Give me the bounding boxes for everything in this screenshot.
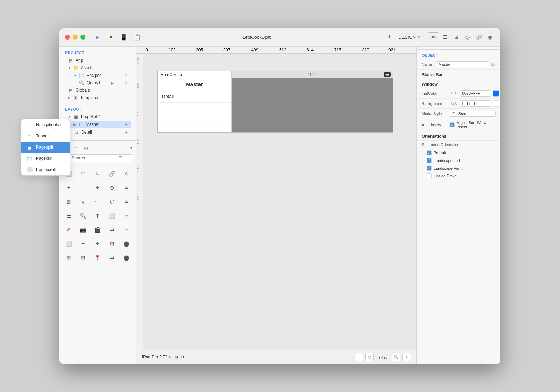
widget-line[interactable]: —	[77, 181, 89, 194]
widget-star[interactable]: ✦	[62, 181, 75, 194]
zoom-out-button[interactable]: −	[355, 353, 363, 361]
sidebar-item-app[interactable]: ⊞ App	[65, 57, 131, 64]
add-master-icon[interactable]: +	[125, 122, 128, 127]
name-input[interactable]	[436, 61, 489, 67]
dropdown-item-pagescroll[interactable]: ⬜ Pagescroll	[59, 164, 70, 175]
play-alt-icon[interactable]: ⏸	[106, 32, 115, 42]
sidebar-item-query1[interactable]: 🔍 Query1 ▶ ⚙	[65, 79, 131, 87]
close-button[interactable]	[65, 35, 70, 40]
tint-hex-input[interactable]	[460, 90, 491, 97]
widget-arrows2[interactable]: ⇄	[106, 251, 118, 264]
sidebar-item-master[interactable]: ▶ □ Master +	[65, 121, 131, 128]
widget-crosshair[interactable]: ✦	[91, 181, 104, 194]
modal-style-select[interactable]: FullScreen PageSheet FormSheet	[450, 111, 496, 117]
widget-list[interactable]: ☰	[62, 209, 75, 222]
widget-hex[interactable]: ⬡	[106, 195, 118, 208]
widget-blocks[interactable]: ⊞	[106, 237, 118, 250]
dropdown-item-tabbar[interactable]: ≡ Tabbar	[59, 130, 70, 142]
constraint-circle-icon[interactable]: ◎	[82, 144, 90, 152]
widget-plus-circle[interactable]: ⊕	[106, 181, 118, 194]
list-view-icon[interactable]: ☰	[119, 156, 122, 161]
widget-anchor[interactable]: ✦	[77, 237, 89, 250]
minimize-button[interactable]	[73, 35, 78, 40]
widget-strikethrough[interactable]: ≡	[120, 195, 133, 208]
widget-corners[interactable]: ⬜	[62, 237, 75, 250]
layers-icon[interactable]: ◎	[463, 32, 472, 42]
widget-arrows[interactable]: ⇄	[106, 223, 118, 236]
sidebar-item-pagesplit1[interactable]: ▼ ▣ PageSplit1	[65, 113, 131, 121]
widget-grid-icon[interactable]: ⊞	[62, 195, 75, 208]
sidebar-item-detail[interactable]: □ Detail +	[65, 128, 131, 136]
dropdown-item-pagecurl[interactable]: 📄 Pagecurl	[59, 153, 70, 164]
widget-pen[interactable]: ✏	[91, 195, 104, 208]
widget-diamond[interactable]: ◇	[120, 168, 133, 180]
calendar-icon[interactable]: 📋	[132, 32, 142, 42]
widget-hash[interactable]: #	[77, 195, 89, 208]
zoom-level: 74%	[376, 355, 390, 360]
sidebar-item-templates[interactable]: ▶ ⊞ Templates	[65, 94, 131, 101]
widget-red-circle[interactable]: ⊕	[62, 223, 75, 236]
device-list-item-3[interactable]	[158, 110, 231, 117]
auto-insets-checkbox[interactable]: ✓	[450, 122, 455, 127]
widget-text[interactable]: T	[91, 209, 104, 222]
eye-icon[interactable]: ◉	[485, 32, 495, 42]
sidebar-item-globals[interactable]: ⊞ Globals	[65, 87, 131, 94]
settings-query-icon[interactable]: ⚙	[124, 81, 128, 85]
widget-lines[interactable]: ≡	[120, 181, 133, 194]
zoom-reset-button[interactable]: ◎	[365, 353, 374, 361]
constraint-list-icon[interactable]: ≡	[72, 144, 80, 152]
search-input[interactable]	[72, 156, 117, 161]
dropdown-item-navigationbar[interactable]: ≡ Navigationbar	[59, 119, 70, 130]
sidebar-item-recipes[interactable]: ▼ 📄 Recipes + ⚙	[65, 72, 131, 79]
tint-hex-prefix: HEX	[450, 91, 457, 95]
sidebar-item-assets[interactable]: ▼ 📁 Assets	[65, 64, 131, 72]
device-select[interactable]: iPad Pro 9.7" ▼ ⊠ ↺	[142, 355, 184, 359]
widget-cylinder[interactable]: ⬤	[120, 237, 133, 250]
widget-layers[interactable]: ⊞	[62, 251, 75, 264]
dropdown-item-pagesplit[interactable]: ▣ Pagesplit	[59, 142, 70, 153]
play-icon[interactable]: ▶	[92, 32, 102, 42]
device-list-item-5[interactable]	[158, 125, 231, 132]
device-close-btn[interactable]: ■■	[384, 72, 391, 77]
rotate-icon[interactable]: ⊠	[175, 355, 178, 359]
widget-resize[interactable]: ↔	[120, 223, 133, 236]
device-list-item-4[interactable]	[158, 117, 231, 125]
widget-circle[interactable]: ○	[120, 209, 133, 222]
background-color-swatch[interactable]	[493, 100, 499, 107]
refresh-icon[interactable]: ↺	[181, 355, 184, 359]
device-icon[interactable]: 📱	[119, 32, 129, 42]
widget-square2[interactable]: ⬜	[106, 209, 118, 222]
widget-star2[interactable]: ✦	[91, 237, 104, 250]
widget-camera[interactable]: 📷	[77, 223, 89, 236]
widget-dashed-rect[interactable]: ⬚	[77, 168, 89, 180]
grid-icon[interactable]: ⊞	[451, 32, 461, 42]
settings-recipes-icon[interactable]: ⚙	[124, 73, 128, 78]
device-list-item-2[interactable]	[158, 103, 231, 110]
widget-movie[interactable]: 🎬	[91, 223, 104, 236]
list-icon[interactable]: ☰	[440, 32, 450, 42]
design-mode-button[interactable]: DESIGN ▼	[398, 35, 421, 40]
widget-pin[interactable]: 📍	[91, 251, 104, 264]
widget-link[interactable]: 🔗	[106, 168, 118, 180]
device-list-item-detail[interactable]: Detail ›	[158, 90, 231, 103]
add-icon[interactable]: +	[384, 32, 394, 42]
widget-db[interactable]: ⬤	[120, 251, 133, 264]
portrait-checkbox[interactable]: ✓	[427, 150, 432, 155]
landscape-left-checkbox[interactable]: ✓	[427, 158, 432, 163]
landscape-right-checkbox[interactable]: ✓	[427, 166, 432, 171]
add-detail-icon[interactable]: +	[125, 129, 128, 135]
widget-label[interactable]: L	[91, 168, 104, 180]
play-query-icon[interactable]: ▶	[111, 81, 114, 85]
add-recipes-icon[interactable]: +	[112, 73, 114, 78]
log-tab[interactable]: LOG	[428, 32, 439, 42]
canvas-viewport[interactable]: ▪▪ ●● Creo ▲ Master Detail ›	[144, 54, 416, 350]
link-icon[interactable]: 🔗	[474, 32, 484, 42]
zoom-in-button[interactable]: +	[402, 353, 411, 361]
maximize-button[interactable]	[80, 35, 85, 40]
background-hex-input[interactable]	[460, 100, 491, 107]
upside-down-checkbox[interactable]	[427, 173, 432, 178]
zoom-search-button[interactable]: 🔍	[392, 353, 400, 361]
widget-search2[interactable]: 🔍	[77, 209, 89, 222]
widget-layers2[interactable]: ⊞	[77, 251, 89, 264]
tint-color-swatch[interactable]	[493, 90, 499, 97]
